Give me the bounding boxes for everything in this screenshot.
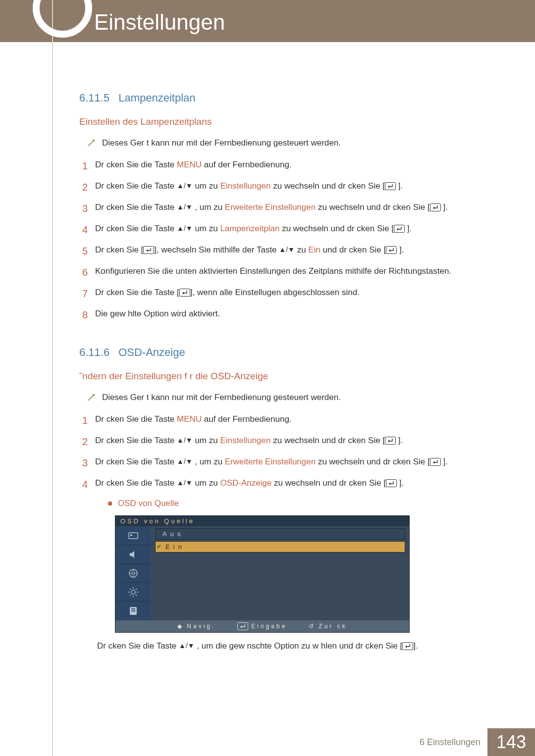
osd-option-on[interactable]: ✔Ein xyxy=(155,541,405,553)
keyword: Einstellungen xyxy=(220,181,270,191)
t: ], wechseln Sie mithilfe der Taste xyxy=(154,245,279,254)
t: Navig. xyxy=(187,623,215,630)
keyword: Lampenzeitplan xyxy=(220,224,279,233)
up-down-icon: ▲/▼ xyxy=(177,435,193,445)
svg-rect-6 xyxy=(385,437,396,445)
section-number: 6.11.5 xyxy=(79,92,109,104)
enter-icon xyxy=(430,203,441,215)
enter-icon xyxy=(402,641,413,654)
enter-icon xyxy=(394,224,405,237)
step-2: 2Dr cken Sie die Taste ▲/▼ um zu Einstel… xyxy=(82,180,485,195)
t: ]. xyxy=(441,202,448,212)
step-4: 4Dr cken Sie die Taste ▲/▼ um zu OSD-Anz… xyxy=(82,477,485,492)
keyword: OSD-Anzeige xyxy=(220,478,271,488)
enter-icon xyxy=(386,246,397,258)
osd-tab-picture-icon[interactable] xyxy=(115,526,151,545)
keyword-menu: MENU xyxy=(177,414,202,424)
t: ]. xyxy=(396,436,403,445)
step-1: 1Dr cken Sie die Taste MENU auf der Fern… xyxy=(82,159,485,173)
osd-tab-network-icon[interactable] xyxy=(115,564,151,583)
t: ]. xyxy=(441,457,448,466)
t: um zu xyxy=(193,436,220,445)
left-margin-rule xyxy=(52,0,53,756)
t: Dr cken Sie [ xyxy=(95,245,143,254)
osd-panel-title: OSD von Quelle xyxy=(115,516,409,526)
enter-icon xyxy=(179,288,190,301)
t: , um zu xyxy=(193,202,225,212)
svg-rect-9 xyxy=(129,533,138,539)
svg-rect-3 xyxy=(144,247,154,254)
steps-list-1: 1Dr cken Sie die Taste MENU auf der Fern… xyxy=(82,159,485,322)
t: Dr cken Sie die Taste xyxy=(95,160,177,169)
bullet-icon: z xyxy=(108,502,112,505)
svg-rect-16 xyxy=(238,623,248,630)
keyword: Ein xyxy=(308,245,321,254)
enter-icon xyxy=(385,436,396,449)
t: Dr cken Sie die Taste xyxy=(95,478,177,488)
svg-point-10 xyxy=(130,534,132,536)
keyword-menu: MENU xyxy=(177,160,202,169)
note-icon xyxy=(87,139,95,147)
t: ], wenn alle Einstellugen abgeschlossen … xyxy=(190,288,360,297)
bullet-text: OSD von Quelle xyxy=(118,499,179,508)
up-down-icon: ▲/▼ xyxy=(177,181,193,191)
svg-rect-4 xyxy=(386,247,397,254)
osd-sidebar xyxy=(115,526,151,620)
step-6: 6Konfigurieren Sie die unten aktivierten… xyxy=(82,265,485,280)
enter-icon xyxy=(386,479,397,491)
t: ]. xyxy=(397,478,404,488)
svg-point-12 xyxy=(131,590,135,594)
t: , um zu xyxy=(193,457,225,466)
osd-tab-sound-icon[interactable] xyxy=(115,545,151,564)
osd-footer: ◆Navig. Eingabe ↺Zur ck xyxy=(115,620,409,632)
check-icon: ✔ xyxy=(157,543,161,550)
t: Dr cken Sie die Taste xyxy=(95,224,177,233)
t: Konfigurieren Sie die unten aktivierten … xyxy=(95,265,485,278)
t: auf der Fernbedienung. xyxy=(202,160,291,169)
up-down-icon: ▲/▼ xyxy=(279,245,295,254)
t: ]. xyxy=(405,224,412,233)
updown-icon: ◆ xyxy=(177,623,184,630)
chapter-title: Einstellungen xyxy=(94,10,225,35)
up-down-icon: ▲/▼ xyxy=(179,641,195,651)
return-icon: ↺ xyxy=(309,623,316,630)
osd-foot-back: ↺Zur ck xyxy=(309,622,347,630)
section-heading-lampenzeitplan: 6.11.5Lampenzeitplan xyxy=(79,92,485,104)
section-number: 6.11.6 xyxy=(79,346,109,358)
footer: 6 Einstellungen 143 xyxy=(420,728,535,756)
t: Dr cken Sie die Taste xyxy=(97,641,179,651)
osd-body: Aus ✔Ein xyxy=(115,526,409,620)
enter-icon xyxy=(143,246,154,258)
step-7: 7Dr cken Sie die Taste [], wenn alle Ein… xyxy=(82,287,485,301)
osd-options: Aus ✔Ein xyxy=(151,526,409,620)
section-title: OSD-Anzeige xyxy=(118,346,185,358)
t: ]. xyxy=(413,641,418,651)
subsection-heading: ˜ndern der Einstellungen f r die OSD-Anz… xyxy=(79,371,485,382)
t: Dr cken Sie die Taste xyxy=(95,181,177,191)
step-5: 5Dr cken Sie [], wechseln Sie mithilfe d… xyxy=(82,244,485,258)
t: auf der Fernbedienung. xyxy=(202,414,291,424)
page: Einstellungen 6.11.5Lampenzeitplan Einst… xyxy=(0,0,535,756)
up-down-icon: ▲/▼ xyxy=(177,223,193,233)
svg-rect-8 xyxy=(386,480,396,487)
section-title: Lampenzeitplan xyxy=(118,92,195,104)
sub-bullet: z OSD von Quelle xyxy=(108,499,485,508)
t: Zur ck xyxy=(319,623,347,630)
osd-panel: OSD von Quelle Aus ✔Ein ◆Navig. Eingabe … xyxy=(115,515,410,633)
section-heading-osd: 6.11.6OSD-Anzeige xyxy=(79,346,485,359)
enter-icon xyxy=(430,457,441,470)
osd-tab-info-icon[interactable] xyxy=(115,602,151,620)
keyword: Einstellungen xyxy=(220,436,270,445)
osd-option-off[interactable]: Aus xyxy=(155,528,405,540)
svg-rect-15 xyxy=(131,610,135,611)
steps-list-2: 1Dr cken Sie die Taste MENU auf der Fern… xyxy=(82,413,485,492)
content-area: 6.11.5Lampenzeitplan Einstellen des Lamp… xyxy=(79,92,485,654)
t: um zu xyxy=(193,224,220,233)
svg-rect-2 xyxy=(394,225,405,233)
t: ]. xyxy=(396,181,403,191)
t: , um die gew nschte Option zu w hlen und… xyxy=(195,641,403,651)
t: zu xyxy=(295,245,308,254)
svg-rect-7 xyxy=(430,458,440,466)
t: Dr cken Sie die Taste [ xyxy=(95,288,179,297)
osd-tab-settings-icon[interactable] xyxy=(115,583,151,602)
